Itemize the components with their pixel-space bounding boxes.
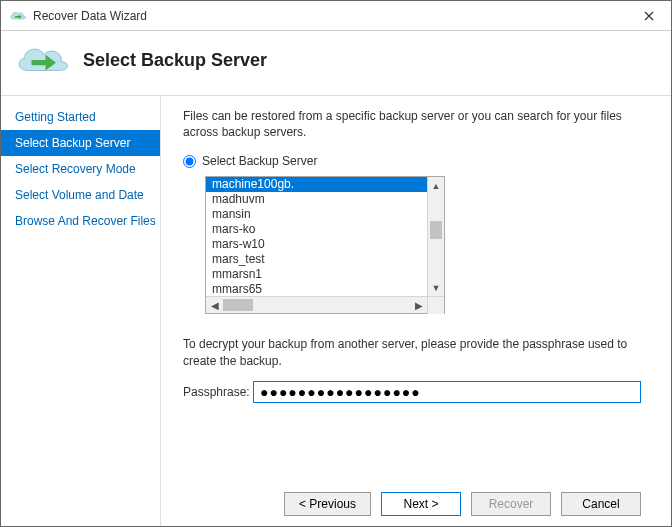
vertical-scrollbar[interactable]: ▲ ▼ bbox=[427, 177, 444, 296]
page-title: Select Backup Server bbox=[83, 50, 267, 71]
select-backup-server-radio-input[interactable] bbox=[183, 155, 196, 168]
instruction-text: Files can be restored from a specific ba… bbox=[183, 108, 641, 140]
next-button[interactable]: Next > bbox=[381, 492, 461, 516]
nav-item-select-backup-server[interactable]: Select Backup Server bbox=[1, 130, 160, 156]
server-option[interactable]: mmars65 bbox=[206, 282, 427, 296]
titlebar: Recover Data Wizard bbox=[1, 1, 671, 31]
cloud-arrow-icon bbox=[13, 39, 71, 81]
nav-item-browse-and-recover[interactable]: Browse And Recover Files bbox=[1, 208, 160, 234]
server-option[interactable]: mars_test bbox=[206, 252, 427, 267]
decrypt-instruction: To decrypt your backup from another serv… bbox=[183, 336, 641, 368]
server-option[interactable]: madhuvm bbox=[206, 192, 427, 207]
passphrase-row: Passphrase: bbox=[183, 381, 641, 403]
scroll-right-arrow-icon[interactable]: ▶ bbox=[410, 297, 427, 314]
server-option[interactable]: mansin bbox=[206, 207, 427, 222]
passphrase-label: Passphrase: bbox=[183, 385, 253, 399]
previous-button[interactable]: < Previous bbox=[284, 492, 371, 516]
nav-item-select-recovery-mode[interactable]: Select Recovery Mode bbox=[1, 156, 160, 182]
scroll-up-arrow-icon[interactable]: ▲ bbox=[428, 177, 444, 194]
wizard-window: Recover Data Wizard Select Backup Server… bbox=[0, 0, 672, 527]
app-icon bbox=[9, 7, 27, 25]
server-option[interactable]: mars-ko bbox=[206, 222, 427, 237]
wizard-header: Select Backup Server bbox=[1, 31, 671, 95]
nav-item-select-volume-and-date[interactable]: Select Volume and Date bbox=[1, 182, 160, 208]
server-listbox[interactable]: machine100gb.madhuvmmansinmars-komars-w1… bbox=[205, 176, 445, 314]
recover-button: Recover bbox=[471, 492, 551, 516]
scrollbar-corner bbox=[427, 297, 444, 314]
server-option[interactable]: mars-w10 bbox=[206, 237, 427, 252]
server-listbox-items[interactable]: machine100gb.madhuvmmansinmars-komars-w1… bbox=[206, 177, 427, 296]
wizard-nav: Getting Started Select Backup Server Sel… bbox=[1, 96, 161, 526]
wizard-body: Getting Started Select Backup Server Sel… bbox=[1, 95, 671, 526]
cancel-button[interactable]: Cancel bbox=[561, 492, 641, 516]
server-option[interactable]: machine100gb. bbox=[206, 177, 427, 192]
close-icon bbox=[644, 11, 654, 21]
horizontal-scrollbar[interactable]: ◀ ▶ bbox=[206, 296, 444, 313]
window-title: Recover Data Wizard bbox=[33, 9, 627, 23]
nav-item-getting-started[interactable]: Getting Started bbox=[1, 104, 160, 130]
select-backup-server-radio-label: Select Backup Server bbox=[202, 154, 317, 168]
horizontal-scroll-thumb[interactable] bbox=[223, 299, 253, 311]
passphrase-input[interactable] bbox=[253, 381, 641, 403]
wizard-content: Files can be restored from a specific ba… bbox=[161, 96, 671, 526]
wizard-button-row: < Previous Next > Recover Cancel bbox=[183, 482, 641, 516]
select-backup-server-radio[interactable]: Select Backup Server bbox=[183, 154, 641, 168]
server-option[interactable]: mmarsn1 bbox=[206, 267, 427, 282]
vertical-scroll-thumb[interactable] bbox=[430, 221, 442, 239]
horizontal-scroll-track[interactable] bbox=[223, 297, 410, 313]
scroll-left-arrow-icon[interactable]: ◀ bbox=[206, 297, 223, 314]
close-button[interactable] bbox=[627, 1, 671, 31]
scroll-down-arrow-icon[interactable]: ▼ bbox=[428, 279, 444, 296]
